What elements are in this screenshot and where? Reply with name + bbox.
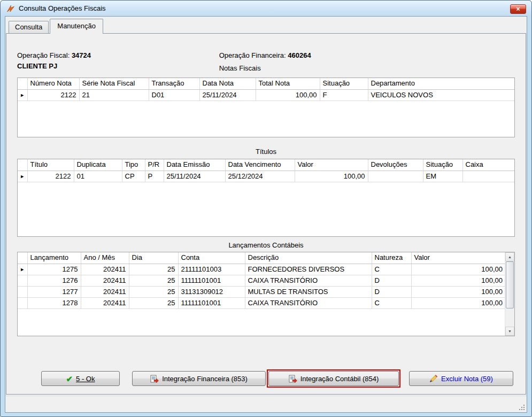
cell[interactable]: 202411 [81, 264, 129, 275]
cell[interactable]: C [372, 297, 411, 308]
cell[interactable]: 11111101001 [178, 297, 245, 308]
cell[interactable]: 100,00 [411, 275, 505, 286]
integracao-financeira-button[interactable]: Integração Financeira (853) [132, 371, 266, 386]
operacao-financeira-label: Operação Financeira: [219, 51, 286, 59]
column-header: Ano / Mês [81, 252, 129, 264]
cell[interactable]: 01 [74, 171, 122, 182]
notas-fiscais-grid: Número NotaSérie Nota FiscalTransaçãoDat… [17, 78, 515, 137]
close-icon: × [516, 6, 520, 12]
cell[interactable]: 1278 [27, 297, 81, 308]
cell[interactable]: 202411 [81, 275, 129, 286]
column-header: Valor [411, 252, 505, 264]
cell[interactable]: 2122 [27, 171, 74, 182]
cell[interactable]: 25 [129, 297, 178, 308]
cell[interactable]: P [145, 171, 164, 182]
column-header: Número Nota [27, 78, 79, 89]
cell[interactable]: 25/11/2024 [164, 171, 225, 182]
cell[interactable]: 25/12/2024 [225, 171, 295, 182]
cell[interactable]: 202411 [81, 286, 129, 297]
cell[interactable]: D [372, 286, 411, 297]
cell[interactable] [462, 171, 514, 182]
column-header: Série Nota Fiscal [79, 78, 149, 89]
titulos-table: TítuloDuplicataTipoP/RData EmissãoData V… [18, 159, 514, 182]
table-row[interactable]: ►212201CPP25/11/202425/12/2024100,00EM [18, 171, 514, 182]
table-row[interactable]: ►212221D0125/11/2024100,00FVEICULOS NOVO… [18, 89, 514, 101]
cell[interactable]: 25 [129, 275, 178, 286]
excluir-nota-button[interactable]: Excluir Nota (59) [409, 371, 513, 386]
current-row-indicator: ► [18, 264, 27, 275]
cell[interactable]: 100,00 [295, 171, 368, 182]
close-button[interactable]: × [510, 4, 526, 14]
cliente-label: CLIENTE PJ [17, 62, 57, 70]
cell[interactable]: 31131309012 [178, 286, 245, 297]
row-indicator-header [18, 252, 27, 264]
cell[interactable]: 1276 [27, 275, 81, 286]
cell[interactable]: MULTAS DE TRANSITOS [245, 286, 372, 297]
cell[interactable] [368, 171, 423, 182]
cell[interactable]: 1275 [27, 264, 81, 275]
column-header: Conta [178, 252, 245, 264]
cell[interactable]: CAIXA TRANSITÓRIO [245, 297, 372, 308]
cell[interactable]: VEICULOS NOVOS [368, 89, 514, 101]
cell[interactable]: 100,00 [411, 297, 505, 308]
cell[interactable]: 100,00 [256, 89, 320, 101]
row-indicator-cell [18, 275, 27, 286]
cell[interactable]: 21 [79, 89, 149, 101]
column-header: Transação [149, 78, 199, 89]
cell[interactable]: 100,00 [411, 264, 505, 275]
tab-consulta[interactable]: Consulta [9, 21, 49, 33]
cell[interactable]: 2122 [27, 89, 79, 101]
table-row[interactable]: ►12752024112521111101003FORNECEDORES DIV… [18, 264, 505, 275]
lancamentos-grid: LançamentoAno / MêsDiaContaDescriçãoNatu… [17, 252, 515, 336]
column-header: Data Emissão [164, 159, 225, 171]
scroll-up-button[interactable]: ▲ [505, 252, 514, 261]
ok-button[interactable]: ✔ 5 - Ok [41, 371, 120, 386]
cell[interactable]: C [372, 264, 411, 275]
table-row[interactable]: 12782024112511111101001CAIXA TRANSITÓRIO… [18, 297, 505, 308]
cell[interactable]: 25/11/2024 [199, 89, 256, 101]
cell[interactable]: EM [423, 171, 462, 182]
cell[interactable]: 1277 [27, 286, 81, 297]
ok-button-label: 5 - Ok [76, 375, 95, 383]
cell[interactable]: CAIXA TRANSITÓRIO [245, 275, 372, 286]
cell[interactable]: 21111101003 [178, 264, 245, 275]
scroll-down-button[interactable]: ▼ [505, 327, 514, 336]
row-indicator-header [18, 159, 27, 171]
column-header: Tipo [122, 159, 145, 171]
titlebar[interactable]: Consulta Operações Fiscais × [1, 1, 531, 16]
column-header: Natureza [372, 252, 411, 264]
scroll-thumb[interactable] [506, 261, 514, 308]
excluir-nota-label: Excluir Nota (59) [441, 375, 493, 383]
highlight-box: Integração Contábil (854) [267, 369, 400, 388]
vertical-scrollbar[interactable]: ▲ ▼ [505, 252, 514, 336]
tab-manutencao[interactable]: Manutenção [50, 19, 103, 34]
cell[interactable]: 25 [129, 264, 178, 275]
column-header: Dia [129, 252, 178, 264]
column-header: Data Vencimento [225, 159, 295, 171]
scroll-down-icon: ▼ [508, 329, 512, 333]
cell[interactable]: 25 [129, 286, 178, 297]
header-block: Operação Fiscal: 34724 Operação Financei… [17, 51, 515, 73]
window: Consulta Operações Fiscais × Consulta Ma… [0, 0, 532, 417]
cell[interactable]: FORNECEDORES DIVERSOS [245, 264, 372, 275]
titulos-caption: Títulos [17, 147, 515, 157]
integracao-contabil-button[interactable]: Integração Contábil (854) [268, 371, 399, 386]
cell[interactable]: F [320, 89, 368, 101]
table-row[interactable]: 12772024112531131309012MULTAS DE TRANSIT… [18, 286, 505, 297]
operacao-fiscal-value: 34724 [72, 51, 91, 59]
column-header: Departamento [368, 78, 514, 89]
cell[interactable]: CP [122, 171, 145, 182]
column-header: Situação [320, 78, 368, 89]
cell[interactable]: 202411 [81, 297, 129, 308]
cell[interactable]: 11111101001 [178, 275, 245, 286]
cell[interactable]: D01 [149, 89, 199, 101]
cell[interactable]: D [372, 275, 411, 286]
manutencao-panel: Operação Fiscal: 34724 Operação Financei… [6, 33, 526, 395]
resize-grip[interactable] [519, 404, 526, 411]
table-row[interactable]: 12762024112511111101001CAIXA TRANSITÓRIO… [18, 275, 505, 286]
cell[interactable]: 100,00 [411, 286, 505, 297]
header-row: TítuloDuplicataTipoP/RData EmissãoData V… [18, 159, 514, 171]
row-indicator-header [18, 78, 27, 89]
current-row-indicator: ► [18, 89, 27, 101]
notas-fiscais-caption: Notas Fiscais [219, 64, 261, 72]
